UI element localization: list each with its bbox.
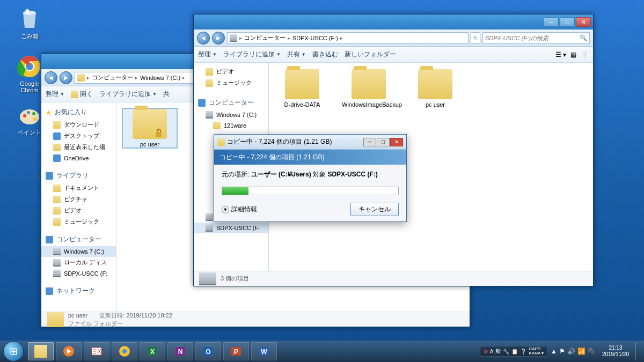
task-app[interactable] <box>84 342 109 360</box>
folder-icon <box>285 69 319 99</box>
task-wmp[interactable] <box>56 342 82 360</box>
taskbar[interactable]: X N O P W ⊘ A 般 🔧 📋 ❔ CAPSKANA ▾ ▲ ⚑ 🔊 📶… <box>0 341 644 362</box>
folder-icon <box>352 69 386 99</box>
refresh-button[interactable]: ↻ <box>471 32 480 44</box>
sidebar-item[interactable]: ビデオ <box>41 205 116 216</box>
open-button[interactable]: 開く <box>71 90 93 99</box>
chrome-icon <box>17 54 42 79</box>
search-box[interactable]: 🔍 <box>482 32 590 44</box>
folder-item[interactable]: D-drive-DATA <box>275 69 329 108</box>
tray-up-icon[interactable]: ▲ <box>551 348 557 355</box>
sidebar-item[interactable]: 121ware <box>194 120 268 131</box>
copy-heading: コピー中 - 7,224 個の項目 (1.21 GB) <box>214 150 406 165</box>
selected-name: pc user <box>68 312 87 319</box>
help-button[interactable]: ❔ <box>581 51 589 58</box>
volume-icon[interactable]: 🔊 <box>567 348 575 355</box>
folder-pc-user[interactable]: pc user <box>123 109 177 147</box>
tray-icons[interactable]: ▲ ⚑ 🔊 📶 🔌 <box>551 348 596 355</box>
sidebar-item[interactable]: OneDrive <box>41 153 116 164</box>
breadcrumb[interactable]: コンピューター <box>92 73 133 82</box>
back-button[interactable]: ◄ <box>45 71 57 84</box>
close-button[interactable]: ✕ <box>390 138 403 146</box>
clock[interactable]: 21:13 2019/11/20 <box>599 345 632 358</box>
sidebar-item[interactable]: ミュージック <box>194 77 268 88</box>
ime-close-icon[interactable]: ⊘ <box>484 349 488 354</box>
sidebar-group-network[interactable]: ネットワーク <box>41 284 116 298</box>
task-outlook[interactable]: O <box>195 342 221 360</box>
svg-text:O: O <box>206 348 210 356</box>
drive-icon <box>230 34 237 42</box>
view-button[interactable]: ☰ ▾ <box>555 51 566 58</box>
sidebar-group-libraries[interactable]: ライブラリ <box>41 169 116 182</box>
item-count: 3 個の項目 <box>221 275 249 283</box>
search-input[interactable] <box>485 35 580 41</box>
task-excel[interactable]: X <box>140 342 165 360</box>
library-button[interactable]: ライブラリに追加▼ <box>223 50 281 59</box>
close-button[interactable]: ✕ <box>576 17 591 27</box>
sidebar-item[interactable]: SDPX-USCC (F: <box>41 268 116 279</box>
forward-button[interactable]: ► <box>60 71 72 84</box>
sidebar-item[interactable]: Windows 7 (C:) <box>194 109 268 120</box>
system-tray[interactable]: ⊘ A 般 🔧 📋 ❔ CAPSKANA ▾ ▲ ⚑ 🔊 📶 🔌 21:13 2… <box>480 342 641 360</box>
start-button[interactable] <box>3 341 24 361</box>
organize-button[interactable]: 整理▼ <box>46 90 64 99</box>
sidebar-item[interactable]: ビデオ <box>194 66 268 77</box>
preview-button[interactable]: ▦ <box>570 51 576 58</box>
minimize-button[interactable]: ─ <box>363 138 376 146</box>
sidebar-item[interactable]: ピクチャ <box>41 194 116 205</box>
back-button[interactable]: ◄ <box>197 32 210 45</box>
sidebar-item[interactable]: SDPX-USCC (F: <box>194 223 268 233</box>
forward-button[interactable]: ► <box>212 32 225 45</box>
breadcrumb[interactable]: コンピューター <box>244 34 286 42</box>
new-folder-button[interactable]: 新しいフォルダー <box>345 50 396 59</box>
network-icon[interactable]: 📶 <box>577 348 586 355</box>
flag-icon[interactable]: ⚑ <box>559 348 565 355</box>
cancel-button[interactable]: キャンセル <box>350 203 399 216</box>
search-icon[interactable]: 🔍 <box>580 34 587 41</box>
library-button[interactable]: ライブラリに追加▼ <box>99 90 157 99</box>
toolbar: 整理▼ ライブラリに追加▼ 共有▼ 書き込む 新しいフォルダー ☰ ▾ ▦ ❔ <box>194 47 593 63</box>
task-word[interactable]: W <box>251 342 277 360</box>
sidebar-group-computer[interactable]: コンピューター <box>41 233 116 246</box>
sidebar-item[interactable]: デスクトップ <box>41 130 116 142</box>
show-desktop-button[interactable] <box>635 342 641 360</box>
burn-button[interactable]: 書き込む <box>312 50 338 59</box>
svg-point-0 <box>23 11 36 15</box>
sidebar-item[interactable]: Windows 7 (C:) <box>41 246 116 257</box>
address-bar[interactable]: ▸ コンピューター ▸ SDPX-USCC (F:) ▸ <box>227 32 469 44</box>
task-explorer[interactable] <box>28 342 54 360</box>
titlebar[interactable]: ─ □ ✕ <box>194 14 593 29</box>
dialog-titlebar[interactable]: コピー中 - 7,224 個の項目 (1.21 GB) ─ □ ✕ <box>214 135 406 150</box>
sidebar-item[interactable]: ドキュメント <box>41 182 116 194</box>
task-powerpoint[interactable]: P <box>223 342 249 360</box>
minimize-button[interactable]: ─ <box>544 17 559 27</box>
desktop-icon-recycle-bin[interactable]: ごみ箱 <box>11 5 48 40</box>
task-onenote[interactable]: N <box>167 342 193 360</box>
task-chrome[interactable] <box>112 342 137 360</box>
sidebar-group-favorites[interactable]: ★お気に入り <box>41 106 116 119</box>
copy-progress-dialog[interactable]: コピー中 - 7,224 個の項目 (1.21 GB) ─ □ ✕ コピー中 -… <box>214 134 407 222</box>
maximize-button[interactable]: □ <box>560 17 575 27</box>
power-icon[interactable]: 🔌 <box>588 348 596 355</box>
share-button[interactable]: 共有▼ <box>287 50 306 59</box>
ime-bar[interactable]: ⊘ A 般 🔧 📋 ❔ CAPSKANA ▾ <box>480 346 547 357</box>
breadcrumb[interactable]: SDPX-USCC (F:) <box>292 35 338 41</box>
ime-icon[interactable]: 🔧 <box>503 349 509 354</box>
ime-icon[interactable]: 📋 <box>511 349 518 354</box>
share-button[interactable]: 共 <box>163 90 170 99</box>
sidebar-group-computer[interactable]: コンピューター <box>194 96 268 109</box>
folder-item[interactable]: WindowsImageBackup <box>342 69 396 108</box>
svg-text:N: N <box>178 348 183 356</box>
sidebar-item[interactable]: ローカル ディス <box>41 257 116 268</box>
sidebar-item[interactable]: ダウンロード <box>41 119 116 130</box>
folder-item[interactable]: pc user <box>408 69 462 108</box>
dialog-title: コピー中 - 7,224 個の項目 (1.21 GB) <box>227 137 332 146</box>
details-toggle[interactable]: ▼詳細情報 <box>222 205 257 214</box>
status-bar: 3 個の項目 <box>194 271 593 286</box>
maximize-button[interactable]: □ <box>377 138 390 146</box>
sidebar-item[interactable]: ミュージック <box>41 216 116 227</box>
breadcrumb[interactable]: Windows 7 (C:) <box>140 75 180 81</box>
ime-icon[interactable]: ❔ <box>520 349 526 354</box>
sidebar-item[interactable]: 最近表示した場 <box>41 142 116 153</box>
organize-button[interactable]: 整理▼ <box>198 50 217 59</box>
